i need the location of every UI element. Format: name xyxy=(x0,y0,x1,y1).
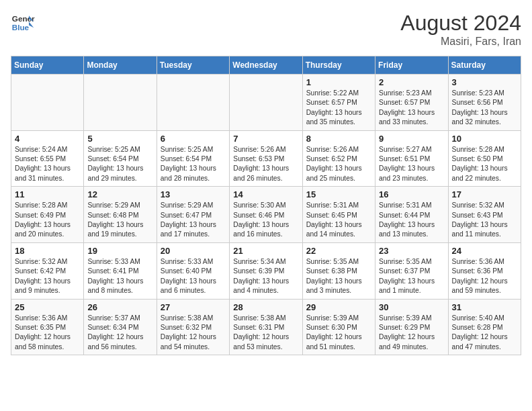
day-number: 4 xyxy=(15,134,80,144)
day-number: 28 xyxy=(233,302,298,312)
page-header: General Blue August 2024 Masiri, Fars, I… xyxy=(11,11,521,48)
title-block: August 2024 Masiri, Fars, Iran xyxy=(400,11,521,48)
day-number: 7 xyxy=(233,134,298,144)
day-number: 19 xyxy=(87,246,152,256)
day-info: Sunrise: 5:31 AMSunset: 6:44 PMDaylight:… xyxy=(379,201,444,240)
day-number: 8 xyxy=(306,134,371,144)
calendar-cell: 29Sunrise: 5:39 AMSunset: 6:30 PMDayligh… xyxy=(302,299,375,355)
day-info: Sunrise: 5:33 AMSunset: 6:40 PMDaylight:… xyxy=(161,257,226,296)
calendar-cell: 21Sunrise: 5:34 AMSunset: 6:39 PMDayligh… xyxy=(230,242,302,299)
calendar-week-row: 4Sunrise: 5:24 AMSunset: 6:55 PMDaylight… xyxy=(11,130,521,187)
day-number: 11 xyxy=(15,189,80,199)
calendar-cell: 28Sunrise: 5:38 AMSunset: 6:31 PMDayligh… xyxy=(230,299,302,355)
day-info: Sunrise: 5:33 AMSunset: 6:41 PMDaylight:… xyxy=(87,257,152,296)
day-number: 13 xyxy=(161,189,226,199)
calendar-cell: 3Sunrise: 5:23 AMSunset: 6:56 PMDaylight… xyxy=(448,75,521,131)
day-info: Sunrise: 5:29 AMSunset: 6:48 PMDaylight:… xyxy=(87,201,152,240)
calendar-cell: 23Sunrise: 5:35 AMSunset: 6:37 PMDayligh… xyxy=(375,242,448,299)
day-info: Sunrise: 5:38 AMSunset: 6:31 PMDaylight:… xyxy=(233,314,298,353)
svg-text:Blue: Blue xyxy=(12,23,30,32)
col-wednesday: Wednesday xyxy=(230,56,302,75)
day-number: 18 xyxy=(15,246,80,256)
day-number: 22 xyxy=(306,246,371,256)
calendar-cell xyxy=(157,75,229,131)
calendar-cell: 9Sunrise: 5:27 AMSunset: 6:51 PMDaylight… xyxy=(375,130,448,187)
calendar-cell: 24Sunrise: 5:36 AMSunset: 6:36 PMDayligh… xyxy=(448,242,521,299)
day-number: 6 xyxy=(161,134,226,144)
day-number: 14 xyxy=(233,189,298,199)
day-info: Sunrise: 5:35 AMSunset: 6:37 PMDaylight:… xyxy=(379,257,444,296)
day-info: Sunrise: 5:23 AMSunset: 6:57 PMDaylight:… xyxy=(379,89,444,128)
calendar-cell: 12Sunrise: 5:29 AMSunset: 6:48 PMDayligh… xyxy=(84,187,157,243)
day-info: Sunrise: 5:36 AMSunset: 6:35 PMDaylight:… xyxy=(15,314,80,353)
calendar-table: Sunday Monday Tuesday Wednesday Thursday… xyxy=(11,56,521,355)
day-info: Sunrise: 5:40 AMSunset: 6:28 PMDaylight:… xyxy=(452,314,517,353)
calendar-week-row: 18Sunrise: 5:32 AMSunset: 6:42 PMDayligh… xyxy=(11,242,521,299)
logo-icon: General Blue xyxy=(11,11,35,35)
day-number: 23 xyxy=(379,246,444,256)
calendar-cell: 2Sunrise: 5:23 AMSunset: 6:57 PMDaylight… xyxy=(375,75,448,131)
day-info: Sunrise: 5:28 AMSunset: 6:49 PMDaylight:… xyxy=(15,201,80,240)
calendar-cell: 5Sunrise: 5:25 AMSunset: 6:54 PMDaylight… xyxy=(84,130,157,187)
day-number: 25 xyxy=(15,302,80,312)
calendar-week-row: 11Sunrise: 5:28 AMSunset: 6:49 PMDayligh… xyxy=(11,187,521,243)
day-info: Sunrise: 5:26 AMSunset: 6:52 PMDaylight:… xyxy=(306,145,371,184)
day-number: 17 xyxy=(452,189,517,199)
calendar-cell xyxy=(84,75,157,131)
calendar-cell: 11Sunrise: 5:28 AMSunset: 6:49 PMDayligh… xyxy=(11,187,84,243)
day-number: 12 xyxy=(87,189,152,199)
day-info: Sunrise: 5:26 AMSunset: 6:53 PMDaylight:… xyxy=(233,145,298,184)
calendar-cell: 4Sunrise: 5:24 AMSunset: 6:55 PMDaylight… xyxy=(11,130,84,187)
col-monday: Monday xyxy=(84,56,157,75)
calendar-cell: 6Sunrise: 5:25 AMSunset: 6:54 PMDaylight… xyxy=(157,130,229,187)
calendar-cell xyxy=(11,75,84,131)
calendar-cell: 31Sunrise: 5:40 AMSunset: 6:28 PMDayligh… xyxy=(448,299,521,355)
day-info: Sunrise: 5:25 AMSunset: 6:54 PMDaylight:… xyxy=(161,145,226,184)
day-info: Sunrise: 5:27 AMSunset: 6:51 PMDaylight:… xyxy=(379,145,444,184)
day-info: Sunrise: 5:32 AMSunset: 6:42 PMDaylight:… xyxy=(15,257,80,296)
day-number: 5 xyxy=(87,134,152,144)
day-number: 30 xyxy=(379,302,444,312)
day-number: 21 xyxy=(233,246,298,256)
calendar-cell: 19Sunrise: 5:33 AMSunset: 6:41 PMDayligh… xyxy=(84,242,157,299)
day-info: Sunrise: 5:25 AMSunset: 6:54 PMDaylight:… xyxy=(87,145,152,184)
col-saturday: Saturday xyxy=(448,56,521,75)
calendar-cell: 27Sunrise: 5:38 AMSunset: 6:32 PMDayligh… xyxy=(157,299,229,355)
calendar-cell: 30Sunrise: 5:39 AMSunset: 6:29 PMDayligh… xyxy=(375,299,448,355)
day-info: Sunrise: 5:39 AMSunset: 6:29 PMDaylight:… xyxy=(379,314,444,353)
calendar-cell: 7Sunrise: 5:26 AMSunset: 6:53 PMDaylight… xyxy=(230,130,302,187)
day-number: 31 xyxy=(452,302,517,312)
calendar-title: August 2024 xyxy=(400,11,521,36)
day-info: Sunrise: 5:37 AMSunset: 6:34 PMDaylight:… xyxy=(87,314,152,353)
day-info: Sunrise: 5:34 AMSunset: 6:39 PMDaylight:… xyxy=(233,257,298,296)
svg-text:General: General xyxy=(12,14,35,23)
col-friday: Friday xyxy=(375,56,448,75)
calendar-cell: 8Sunrise: 5:26 AMSunset: 6:52 PMDaylight… xyxy=(302,130,375,187)
day-number: 9 xyxy=(379,134,444,144)
calendar-cell xyxy=(230,75,302,131)
calendar-cell: 22Sunrise: 5:35 AMSunset: 6:38 PMDayligh… xyxy=(302,242,375,299)
day-info: Sunrise: 5:39 AMSunset: 6:30 PMDaylight:… xyxy=(306,314,371,353)
day-info: Sunrise: 5:30 AMSunset: 6:46 PMDaylight:… xyxy=(233,201,298,240)
day-number: 27 xyxy=(161,302,226,312)
calendar-subtitle: Masiri, Fars, Iran xyxy=(400,36,521,48)
calendar-cell: 10Sunrise: 5:28 AMSunset: 6:50 PMDayligh… xyxy=(448,130,521,187)
day-number: 10 xyxy=(452,134,517,144)
calendar-header-row: Sunday Monday Tuesday Wednesday Thursday… xyxy=(11,56,521,75)
day-info: Sunrise: 5:31 AMSunset: 6:45 PMDaylight:… xyxy=(306,201,371,240)
day-number: 1 xyxy=(306,77,371,87)
day-number: 3 xyxy=(452,77,517,87)
col-thursday: Thursday xyxy=(302,56,375,75)
day-info: Sunrise: 5:38 AMSunset: 6:32 PMDaylight:… xyxy=(161,314,226,353)
calendar-cell: 26Sunrise: 5:37 AMSunset: 6:34 PMDayligh… xyxy=(84,299,157,355)
calendar-week-row: 25Sunrise: 5:36 AMSunset: 6:35 PMDayligh… xyxy=(11,299,521,355)
col-sunday: Sunday xyxy=(11,56,84,75)
day-number: 2 xyxy=(379,77,444,87)
calendar-cell: 17Sunrise: 5:32 AMSunset: 6:43 PMDayligh… xyxy=(448,187,521,243)
day-number: 16 xyxy=(379,189,444,199)
day-info: Sunrise: 5:29 AMSunset: 6:47 PMDaylight:… xyxy=(161,201,226,240)
day-info: Sunrise: 5:36 AMSunset: 6:36 PMDaylight:… xyxy=(452,257,517,296)
calendar-cell: 16Sunrise: 5:31 AMSunset: 6:44 PMDayligh… xyxy=(375,187,448,243)
logo: General Blue xyxy=(11,11,35,35)
calendar-cell: 13Sunrise: 5:29 AMSunset: 6:47 PMDayligh… xyxy=(157,187,229,243)
